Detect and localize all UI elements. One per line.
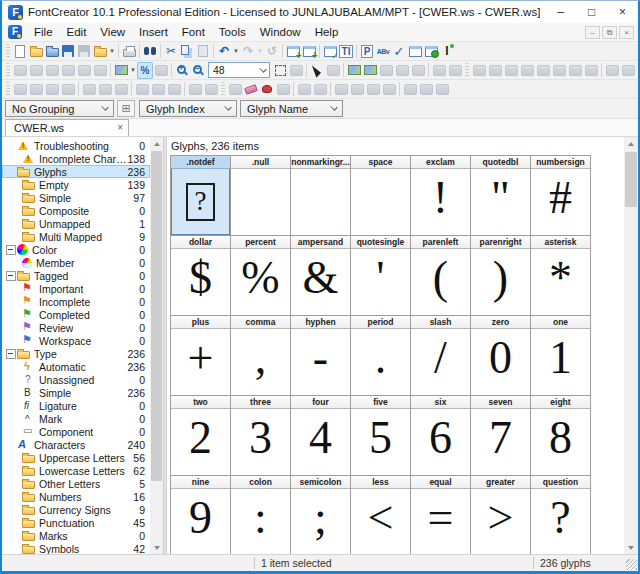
close-tab-icon[interactable]: × <box>117 123 123 133</box>
zoom-in-button[interactable] <box>174 62 190 79</box>
revert-button[interactable]: ↺ <box>264 43 280 60</box>
align-right-button[interactable] <box>113 81 129 98</box>
tree-item-unmapped[interactable]: Unmapped 1 <box>2 217 150 230</box>
zoom-rectangle-button[interactable] <box>288 62 304 79</box>
tree-item-simple[interactable]: Simple 97 <box>2 191 150 204</box>
font-naming-button[interactable]: ABv <box>375 43 391 60</box>
glyph-transformer-button[interactable]: TI <box>338 43 354 60</box>
glyph-cell-hyphen[interactable]: hyphen - <box>291 316 351 396</box>
contour-select-tool-button[interactable] <box>325 62 341 79</box>
tree-item-marks[interactable]: Marks 0 <box>2 529 150 542</box>
glyph-cell-percent[interactable]: percent % <box>231 236 291 316</box>
glyph-cell-comma[interactable]: comma , <box>231 316 291 396</box>
next-sample-button[interactable] <box>447 62 463 79</box>
edit-image-button[interactable] <box>362 62 378 79</box>
glyph-cell-two[interactable]: two 2 <box>171 396 231 476</box>
font-validation-button[interactable]: ✓ <box>391 43 407 60</box>
tree-item-characters[interactable]: Characters 240 <box>2 438 150 451</box>
show-grid-button[interactable] <box>471 62 487 79</box>
tree-item-incomplete-characters[interactable]: Incomplete Characters 138 <box>2 152 150 165</box>
glyph-cell-less[interactable]: less < <box>351 476 411 556</box>
intersection-button[interactable] <box>418 81 434 98</box>
toggle-metrics-button[interactable]: % <box>137 62 153 79</box>
edit-background-button[interactable] <box>227 81 243 98</box>
copy-button[interactable] <box>179 43 195 60</box>
mdi-minimize-button[interactable]: – <box>585 26 600 39</box>
menu-item-insert[interactable]: Insert <box>132 23 175 42</box>
space-horizontal-button[interactable] <box>187 81 203 98</box>
undo-options-button[interactable]: ▾ <box>232 43 240 60</box>
rotate-left-90-button[interactable] <box>365 81 381 98</box>
tree-item-glyphs[interactable]: Glyphs 236 <box>2 165 150 178</box>
webfont-preview-button[interactable] <box>423 43 439 60</box>
tree-item-uppercase-letters[interactable]: Uppercase Letters 56 <box>2 451 150 464</box>
draw-contour-button[interactable] <box>76 62 92 79</box>
caption-mode-select[interactable]: Glyph Name <box>240 100 343 117</box>
tree-item-numbers[interactable]: Numbers 16 <box>2 490 150 503</box>
glyph-cell-three[interactable]: three 3 <box>231 396 291 476</box>
mdi-restore-button[interactable]: ⧉ <box>602 26 617 39</box>
save-all-button[interactable] <box>76 43 92 60</box>
glyph-cell-parenleft[interactable]: parenleft ( <box>411 236 471 316</box>
show-guidelines-button[interactable] <box>487 62 503 79</box>
draw-rectangle-button[interactable] <box>394 62 410 79</box>
previous-sample-button[interactable] <box>431 62 447 79</box>
tree-item-currency-signs[interactable]: Currency Signs 9 <box>2 503 150 516</box>
insert-glyphs-button[interactable] <box>285 43 301 60</box>
transform-box-button[interactable] <box>535 62 551 79</box>
glyph-cell-nonmarkingr[interactable]: nonmarkingr... <box>291 156 351 236</box>
eraser-button[interactable] <box>243 81 259 98</box>
resize-grip[interactable] <box>626 559 637 570</box>
transform-tool-button[interactable] <box>60 62 76 79</box>
send-backward-button[interactable] <box>44 81 60 98</box>
glyph-cell-one[interactable]: one 1 <box>531 316 591 396</box>
align-center-button[interactable] <box>97 81 113 98</box>
align-bottom-button[interactable] <box>166 81 182 98</box>
insert-image-button[interactable] <box>346 62 362 79</box>
find-glyphs-button[interactable] <box>142 43 158 60</box>
glyph-cell-colon[interactable]: colon : <box>231 476 291 556</box>
glyph-cell-notdef[interactable]: .notdef ? <box>171 156 231 236</box>
menu-item-edit[interactable]: Edit <box>60 23 94 42</box>
rotate-clockwise-button[interactable] <box>312 81 328 98</box>
grid-scrollbar[interactable] <box>624 137 638 554</box>
select-lasso-button[interactable] <box>28 62 44 79</box>
bring-forward-button[interactable] <box>28 81 44 98</box>
metrics-tool-button[interactable] <box>583 62 599 79</box>
flip-vertical-button[interactable] <box>349 81 365 98</box>
glyph-cell-slash[interactable]: slash / <box>411 316 471 396</box>
align-left-button[interactable] <box>81 81 97 98</box>
glyph-cell-ampersand[interactable]: ampersand & <box>291 236 351 316</box>
print-button[interactable] <box>121 43 137 60</box>
tree-item-simple[interactable]: Simple 236 <box>2 386 150 399</box>
expander-icon[interactable] <box>5 348 16 359</box>
glyph-cell-equal[interactable]: equal = <box>411 476 471 556</box>
selection-marquee-button[interactable] <box>503 62 519 79</box>
glyph-cell-four[interactable]: four 4 <box>291 396 351 476</box>
expander-icon[interactable] <box>5 244 16 255</box>
tree-item-workspace[interactable]: Workspace 0 <box>2 334 150 347</box>
glyph-cell-nine[interactable]: nine 9 <box>171 476 231 556</box>
tree-item-automatic[interactable]: Automatic 236 <box>2 360 150 373</box>
glyph-cell-plus[interactable]: plus + <box>171 316 231 396</box>
space-vertical-button[interactable] <box>203 81 219 98</box>
grid-scroll-thumb[interactable] <box>625 152 637 207</box>
pan-hand-button[interactable] <box>44 62 60 79</box>
background-image-button[interactable] <box>113 62 129 79</box>
glyph-cell-zero[interactable]: zero 0 <box>471 316 531 396</box>
tree-item-multi-mapped[interactable]: Multi Mapped 9 <box>2 230 150 243</box>
glyph-cell-eight[interactable]: eight 8 <box>531 396 591 476</box>
remove-overlap-button[interactable] <box>259 81 275 98</box>
glyph-cell-question[interactable]: question ? <box>531 476 591 556</box>
union-button[interactable] <box>402 81 418 98</box>
undo-button[interactable]: ↶ <box>216 43 232 60</box>
tree-scrollbar[interactable] <box>150 137 163 554</box>
tree-item-component[interactable]: Component 0 <box>2 425 150 438</box>
tree-item-punctuation[interactable]: Punctuation 45 <box>2 516 150 529</box>
new-font-button[interactable] <box>12 43 28 60</box>
contour-mode-button[interactable] <box>604 62 620 79</box>
background-options-button[interactable]: ▾ <box>129 62 137 79</box>
send-to-back-button[interactable] <box>60 81 76 98</box>
mdi-close-button[interactable]: × <box>619 26 634 39</box>
glyph-cell-exclam[interactable]: exclam ! <box>411 156 471 236</box>
